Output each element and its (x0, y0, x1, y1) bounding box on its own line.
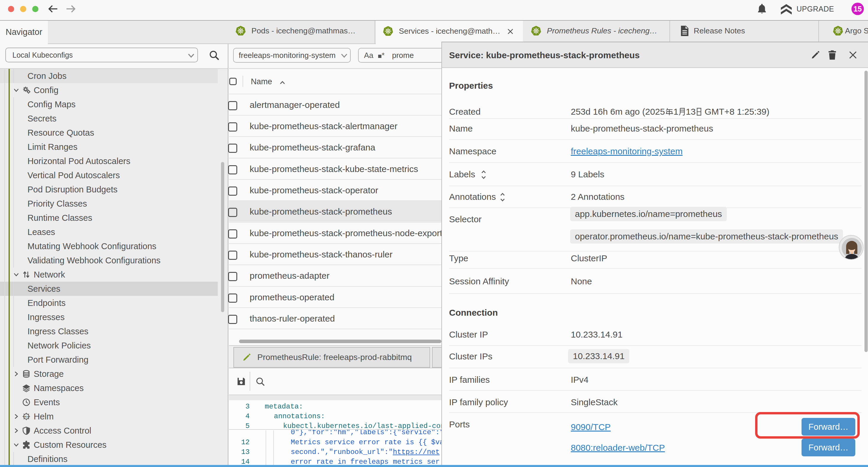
svg-text:HELM: HELM (23, 415, 29, 418)
